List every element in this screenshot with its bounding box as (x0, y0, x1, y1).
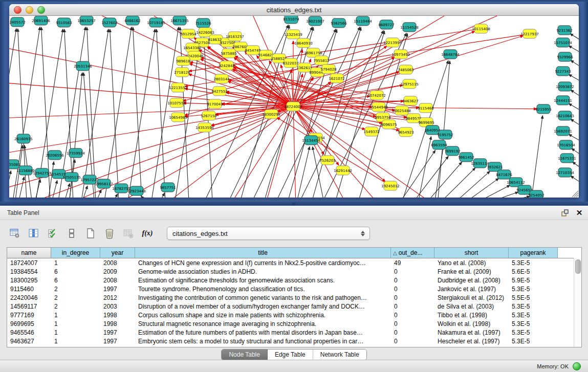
graph-node-20691406[interactable]: 20691406 (32, 16, 50, 25)
graph-node-8427552[interactable]: 8427552 (211, 86, 227, 96)
cell-short[interactable]: Stergiakouli et al. (2012) (434, 294, 509, 301)
graph-node-16671355[interactable]: 16671355 (170, 16, 189, 25)
cell-title[interactable]: Estimation of significance thresholds fo… (135, 277, 391, 284)
cell-pagerank[interactable]: 5.3E-5 (509, 320, 558, 327)
table-row[interactable]: 1456911722003Disruption of a novel membe… (7, 302, 581, 311)
cell-title[interactable]: Genome-wide association studies in ADHD. (135, 268, 391, 275)
graph-node-12213553[interactable]: 12213553 (169, 83, 187, 92)
delete-rows-icon[interactable] (103, 227, 116, 239)
cell-short[interactable]: Yano et al. (2008) (434, 259, 509, 267)
cell-short[interactable]: Dudbridge et al. (2008) (434, 277, 509, 284)
cell-title[interactable]: Corpus callosum shape and size in male p… (135, 312, 391, 319)
graph-node-1621072[interactable]: 1621072 (329, 74, 344, 83)
graph-node-8471676[interactable]: 8471676 (496, 170, 512, 179)
delete-table-icon[interactable] (122, 227, 135, 239)
cell-title[interactable]: Investigating the contribution of common… (135, 294, 391, 301)
graph-node-2803144[interactable]: 2803144 (213, 74, 230, 83)
graph-node-8609727[interactable]: 8609727 (378, 20, 394, 29)
table-settings-icon[interactable] (8, 227, 21, 239)
cell-out_degree[interactable]: 0 (391, 277, 434, 284)
graph-node-1549372[interactable]: 1549372 (363, 127, 379, 136)
cell-out_degree[interactable]: 0 (391, 286, 434, 293)
close-window-icon[interactable] (14, 6, 21, 14)
cell-pagerank[interactable]: 5.6E-5 (509, 268, 558, 275)
table-row[interactable]: 1872400712008Changes of HCN gene express… (7, 258, 581, 267)
tab-edge-table[interactable]: Edge Table (268, 349, 313, 360)
graph-node-18163257[interactable]: 18163257 (226, 32, 244, 41)
cell-short[interactable]: Franke et al. (2009) (434, 268, 509, 275)
citation-network-graph[interactable]: 1872400724055722069140693105631065325715… (9, 16, 579, 198)
graph-node-10719185[interactable]: 10719185 (147, 18, 165, 27)
graph-node-11154528[interactable]: 11154528 (400, 23, 419, 32)
cell-name[interactable]: 9777169 (7, 312, 51, 319)
graph-node-5912954[interactable]: 5912954 (180, 29, 197, 38)
minimize-window-icon[interactable] (26, 6, 33, 14)
graph-node-12444151[interactable]: 12444151 (554, 96, 572, 105)
cell-in_degree[interactable]: 1 (51, 338, 100, 345)
panel-splitter-handle[interactable] (292, 203, 296, 205)
table-row[interactable]: 2242004622012Investigating the contribut… (7, 293, 581, 302)
graph-node-10653257[interactable]: 10653257 (77, 16, 96, 25)
graph-node-19958117[interactable]: 19958117 (95, 179, 113, 188)
zoom-window-icon[interactable] (37, 6, 45, 14)
column-header-short[interactable]: short (434, 248, 509, 258)
cell-name[interactable]: 18724007 (7, 259, 51, 267)
graph-node-16291440[interactable]: 16291440 (334, 166, 352, 175)
cell-title[interactable]: Structural magnetic resonance image aver… (135, 320, 391, 327)
graph-node-9195752[interactable]: 9195752 (437, 130, 453, 139)
cell-in_degree[interactable]: 2 (51, 286, 100, 293)
cell-name[interactable]: 19384554 (7, 268, 51, 275)
graph-node-11156889[interactable]: 11156889 (16, 166, 35, 175)
scrollbar-thumb[interactable] (575, 259, 581, 274)
graph-node-18724007[interactable]: 18724007 (284, 102, 302, 111)
graph-node-8096575[interactable]: 8096575 (381, 120, 397, 129)
cell-pagerank[interactable]: 5.3E-5 (509, 303, 558, 310)
cell-in_degree[interactable]: 2 (51, 303, 100, 310)
graph-node-14353594[interactable]: 14353594 (195, 123, 214, 132)
graph-node-7515526[interactable]: 7515526 (195, 18, 211, 28)
graph-node-20206556[interactable]: 20206556 (46, 150, 64, 160)
graph-node-10742072[interactable]: 10742072 (367, 91, 386, 100)
graph-node-15751074[interactable]: 15751074 (554, 38, 572, 47)
column-header-pagerank[interactable]: pagerank (509, 248, 558, 258)
graph-node-989618[interactable]: 989618 (177, 56, 190, 65)
cell-in_degree[interactable]: 1 (51, 320, 100, 327)
graph-node-7955812[interactable]: 7955812 (313, 56, 329, 65)
cell-name[interactable]: 14569117 (7, 303, 51, 310)
cell-short[interactable]: de Silva et al. (2003) (434, 303, 509, 310)
graph-node-2718126[interactable]: 2718126 (174, 68, 190, 77)
graph-node-12710354[interactable]: 12710354 (556, 168, 574, 177)
graph-node-12942757[interactable]: 12942757 (33, 168, 51, 178)
cell-out_degree[interactable]: 0 (391, 303, 434, 310)
cell-pagerank[interactable]: 5.3E-5 (509, 286, 558, 293)
graph-node-9861452[interactable]: 9861452 (458, 152, 474, 162)
graph-node-12217937[interactable]: 12217937 (520, 29, 539, 38)
graph-node-11325419[interactable]: 11325419 (284, 30, 302, 39)
graph-node-12093872[interactable]: 12093872 (556, 82, 574, 91)
window-titlebar[interactable]: citations_edges.txt (9, 4, 579, 16)
cell-year[interactable]: 2008 (100, 277, 135, 284)
table-row[interactable]: 911546021997Tourette syndrome. Phenomeno… (7, 285, 581, 293)
cell-title[interactable]: Changes of HCN gene expression and I(f) … (135, 259, 391, 267)
cell-title[interactable]: Tourette syndrome. Phenomenology and cla… (135, 286, 391, 293)
graph-node-15134454[interactable]: 15134454 (302, 136, 320, 145)
cell-title[interactable]: Embryonic stem cells: a model to study s… (135, 338, 391, 345)
graph-node-16543382[interactable]: 16543382 (183, 43, 202, 52)
cell-out_degree[interactable]: 49 (391, 259, 434, 267)
cell-in_degree[interactable]: 2 (51, 294, 100, 301)
resize-grip-icon[interactable] (572, 191, 578, 197)
graph-node-9115460[interactable]: 9115460 (418, 103, 433, 113)
cell-pagerank[interactable]: 5.3E-5 (509, 338, 558, 345)
graph-node-9170041[interactable]: 9170041 (207, 99, 223, 108)
graph-node-16210643[interactable]: 16210643 (556, 111, 574, 120)
cell-pagerank[interactable]: 5.3E-5 (509, 329, 558, 336)
table-row[interactable]: 946554611997Estimation of the future num… (7, 328, 581, 337)
network-table-dropdown[interactable]: citations_edges.txt (167, 227, 370, 240)
graph-node-17016504[interactable]: 17016504 (557, 140, 575, 149)
graph-node-8135081[interactable]: 8135081 (9, 160, 20, 169)
cell-out_degree[interactable]: 0 (391, 312, 434, 319)
cell-out_degree[interactable]: 0 (391, 294, 434, 301)
graph-node-9231362[interactable]: 9231362 (556, 26, 572, 35)
graph-node-19245012[interactable]: 19245012 (381, 181, 400, 190)
graph-node-16021007[interactable]: 16021007 (306, 16, 324, 26)
